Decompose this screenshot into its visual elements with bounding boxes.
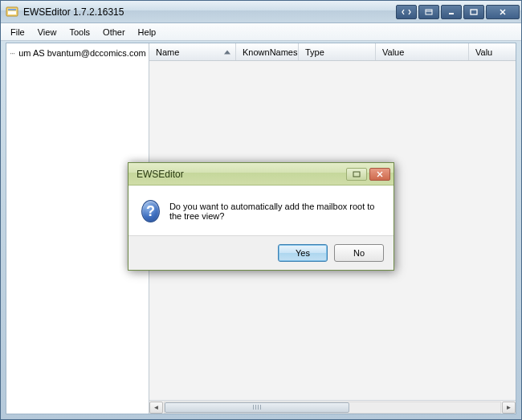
column-value2[interactable]: Valu bbox=[469, 43, 516, 60]
menu-view[interactable]: View bbox=[31, 25, 63, 39]
minimize2-button[interactable] bbox=[418, 5, 439, 19]
dialog-message: Do you want to automatically add the mai… bbox=[169, 202, 381, 221]
svg-rect-11 bbox=[353, 172, 360, 177]
window-title: EWSEditor 1.7.2.16315 bbox=[23, 6, 396, 18]
dialog-titlebar[interactable]: EWSEditor bbox=[128, 163, 394, 186]
column-type[interactable]: Type bbox=[299, 43, 376, 60]
svg-rect-3 bbox=[426, 10, 432, 14]
menu-tools[interactable]: Tools bbox=[63, 25, 96, 39]
column-name[interactable]: Name bbox=[149, 43, 236, 60]
window-buttons bbox=[396, 5, 520, 19]
tree-item-mailbox[interactable]: ··· um AS bvantum@dccomics.com bbox=[8, 47, 147, 59]
svg-rect-2 bbox=[8, 11, 16, 14]
dialog-title: EWSEditor bbox=[137, 169, 344, 180]
confirm-dialog: EWSEditor ? Do you want to automatically… bbox=[128, 162, 394, 271]
tree-expander-icon: ··· bbox=[10, 48, 14, 58]
yes-button[interactable]: Yes bbox=[278, 244, 328, 262]
dialog-body: ? Do you want to automatically add the m… bbox=[128, 186, 394, 235]
tree-item-label: um AS bvantum@dccomics.com bbox=[18, 48, 146, 58]
menu-help[interactable]: Help bbox=[132, 25, 163, 39]
menubar: File View Tools Other Help bbox=[1, 23, 521, 41]
scroll-track[interactable] bbox=[164, 402, 501, 414]
dialog-buttons: Yes No bbox=[128, 235, 394, 270]
scroll-left-icon[interactable]: ◄ bbox=[149, 402, 163, 414]
compat-button[interactable] bbox=[396, 5, 417, 19]
svg-rect-1 bbox=[8, 9, 16, 10]
scroll-thumb[interactable] bbox=[165, 402, 349, 413]
dialog-close-button[interactable] bbox=[369, 168, 390, 181]
titlebar[interactable]: EWSEditor 1.7.2.16315 bbox=[1, 1, 521, 23]
scroll-right-icon[interactable]: ► bbox=[502, 402, 516, 414]
menu-other[interactable]: Other bbox=[96, 25, 132, 39]
question-icon: ? bbox=[141, 200, 160, 222]
close-button[interactable] bbox=[486, 5, 520, 19]
minimize-button[interactable] bbox=[441, 5, 462, 19]
horizontal-scrollbar[interactable]: ◄ ► bbox=[149, 400, 516, 414]
app-icon bbox=[6, 6, 18, 18]
dialog-help-button[interactable] bbox=[346, 168, 367, 181]
column-knownnames[interactable]: KnownNames bbox=[236, 43, 299, 60]
menu-file[interactable]: File bbox=[4, 25, 31, 39]
no-button[interactable]: No bbox=[334, 244, 384, 262]
list-header: Name KnownNames Type Value Valu bbox=[149, 43, 516, 61]
column-value[interactable]: Value bbox=[376, 43, 469, 60]
svg-rect-6 bbox=[471, 10, 477, 14]
maximize-button[interactable] bbox=[463, 5, 484, 19]
